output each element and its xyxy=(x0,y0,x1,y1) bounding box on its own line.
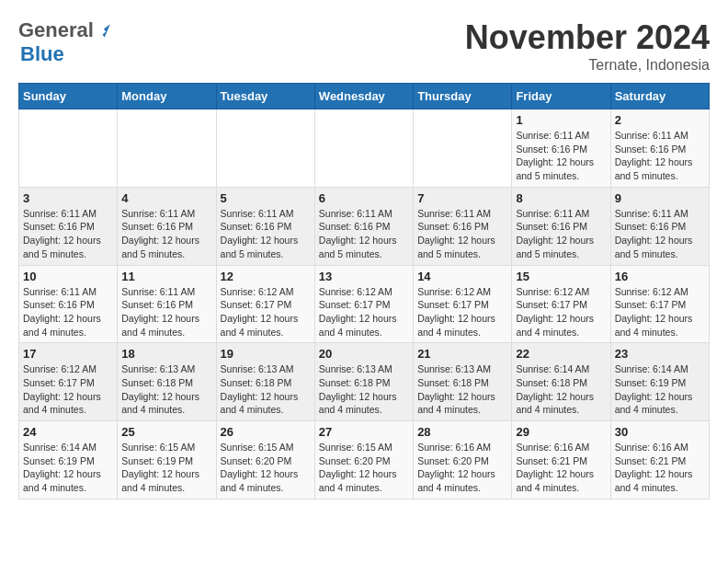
weekday-header-friday: Friday xyxy=(512,84,610,109)
calendar-cell xyxy=(414,109,512,188)
weekday-header-wednesday: Wednesday xyxy=(314,84,413,109)
day-info: Sunrise: 6:12 AMSunset: 6:17 PMDaylight:… xyxy=(417,285,507,339)
calendar-cell: 6Sunrise: 6:11 AMSunset: 6:16 PMDaylight… xyxy=(314,187,413,265)
day-info: Sunrise: 6:11 AMSunset: 6:16 PMDaylight:… xyxy=(516,207,606,261)
calendar-cell: 5Sunrise: 6:11 AMSunset: 6:16 PMDaylight… xyxy=(216,187,314,265)
calendar-cell: 22Sunrise: 6:14 AMSunset: 6:18 PMDayligh… xyxy=(512,343,610,421)
day-info: Sunrise: 6:11 AMSunset: 6:16 PMDaylight:… xyxy=(319,207,409,261)
day-number: 14 xyxy=(417,270,507,283)
day-number: 12 xyxy=(221,270,311,283)
day-info: Sunrise: 6:16 AMSunset: 6:20 PMDaylight:… xyxy=(417,441,507,495)
weekday-header-sunday: Sunday xyxy=(19,84,118,109)
day-info: Sunrise: 6:14 AMSunset: 6:19 PMDaylight:… xyxy=(615,362,705,417)
day-number: 24 xyxy=(23,425,113,439)
day-number: 17 xyxy=(23,347,113,361)
day-info: Sunrise: 6:11 AMSunset: 6:16 PMDaylight:… xyxy=(121,207,211,261)
day-number: 23 xyxy=(615,347,705,361)
day-number: 5 xyxy=(221,191,311,205)
calendar-cell: 1Sunrise: 6:11 AMSunset: 6:16 PMDaylight… xyxy=(512,109,610,188)
day-info: Sunrise: 6:11 AMSunset: 6:16 PMDaylight:… xyxy=(615,129,705,183)
day-info: Sunrise: 6:11 AMSunset: 6:16 PMDaylight:… xyxy=(121,285,211,339)
day-info: Sunrise: 6:16 AMSunset: 6:21 PMDaylight:… xyxy=(516,441,606,495)
day-info: Sunrise: 6:11 AMSunset: 6:16 PMDaylight:… xyxy=(23,285,113,339)
day-number: 15 xyxy=(516,270,606,283)
calendar-week-4: 17Sunrise: 6:12 AMSunset: 6:17 PMDayligh… xyxy=(19,343,710,421)
day-info: Sunrise: 6:15 AMSunset: 6:19 PMDaylight:… xyxy=(121,441,211,495)
calendar-cell: 20Sunrise: 6:13 AMSunset: 6:18 PMDayligh… xyxy=(314,343,413,421)
calendar-week-5: 24Sunrise: 6:14 AMSunset: 6:19 PMDayligh… xyxy=(19,421,710,500)
calendar-cell: 10Sunrise: 6:11 AMSunset: 6:16 PMDayligh… xyxy=(19,265,118,343)
calendar-cell: 24Sunrise: 6:14 AMSunset: 6:19 PMDayligh… xyxy=(19,421,118,500)
day-info: Sunrise: 6:15 AMSunset: 6:20 PMDaylight:… xyxy=(319,441,409,495)
day-number: 29 xyxy=(516,425,606,439)
calendar-table: SundayMondayTuesdayWednesdayThursdayFrid… xyxy=(18,83,710,500)
day-info: Sunrise: 6:13 AMSunset: 6:18 PMDaylight:… xyxy=(319,362,409,417)
calendar-cell: 19Sunrise: 6:13 AMSunset: 6:18 PMDayligh… xyxy=(216,343,314,421)
calendar-cell: 3Sunrise: 6:11 AMSunset: 6:16 PMDaylight… xyxy=(19,187,118,265)
calendar-cell: 4Sunrise: 6:11 AMSunset: 6:16 PMDaylight… xyxy=(118,187,216,265)
day-number: 6 xyxy=(319,191,409,205)
day-number: 20 xyxy=(319,347,409,361)
calendar-cell: 12Sunrise: 6:12 AMSunset: 6:17 PMDayligh… xyxy=(216,265,314,343)
calendar-cell: 13Sunrise: 6:12 AMSunset: 6:17 PMDayligh… xyxy=(314,265,413,343)
calendar-week-1: 1Sunrise: 6:11 AMSunset: 6:16 PMDaylight… xyxy=(19,109,710,188)
day-number: 3 xyxy=(23,191,113,205)
calendar-cell: 8Sunrise: 6:11 AMSunset: 6:16 PMDaylight… xyxy=(512,187,610,265)
day-info: Sunrise: 6:12 AMSunset: 6:17 PMDaylight:… xyxy=(23,362,113,417)
day-number: 19 xyxy=(221,347,311,361)
calendar-cell: 28Sunrise: 6:16 AMSunset: 6:20 PMDayligh… xyxy=(414,421,512,500)
day-info: Sunrise: 6:11 AMSunset: 6:16 PMDaylight:… xyxy=(417,207,507,261)
weekday-header-thursday: Thursday xyxy=(414,84,512,109)
day-number: 30 xyxy=(615,425,705,439)
calendar-cell: 30Sunrise: 6:16 AMSunset: 6:21 PMDayligh… xyxy=(610,421,709,500)
day-info: Sunrise: 6:15 AMSunset: 6:20 PMDaylight:… xyxy=(221,441,311,495)
day-number: 26 xyxy=(221,425,311,439)
day-info: Sunrise: 6:14 AMSunset: 6:18 PMDaylight:… xyxy=(516,362,606,417)
calendar-cell: 29Sunrise: 6:16 AMSunset: 6:21 PMDayligh… xyxy=(512,421,610,500)
calendar-cell: 2Sunrise: 6:11 AMSunset: 6:16 PMDaylight… xyxy=(610,109,709,188)
day-info: Sunrise: 6:16 AMSunset: 6:21 PMDaylight:… xyxy=(615,441,705,495)
day-number: 25 xyxy=(121,425,211,439)
day-number: 27 xyxy=(319,425,409,439)
location-subtitle: Ternate, Indonesia xyxy=(465,57,710,74)
logo: General Blue xyxy=(18,18,112,66)
calendar-cell: 9Sunrise: 6:11 AMSunset: 6:16 PMDaylight… xyxy=(610,187,709,265)
day-number: 7 xyxy=(417,191,507,205)
day-info: Sunrise: 6:13 AMSunset: 6:18 PMDaylight:… xyxy=(121,362,211,417)
calendar-cell: 17Sunrise: 6:12 AMSunset: 6:17 PMDayligh… xyxy=(19,343,118,421)
day-number: 16 xyxy=(615,270,705,283)
day-number: 18 xyxy=(121,347,211,361)
calendar-cell: 26Sunrise: 6:15 AMSunset: 6:20 PMDayligh… xyxy=(216,421,314,500)
weekday-header-monday: Monday xyxy=(118,84,216,109)
calendar-cell xyxy=(118,109,216,188)
calendar-cell: 25Sunrise: 6:15 AMSunset: 6:19 PMDayligh… xyxy=(118,421,216,500)
day-number: 4 xyxy=(121,191,211,205)
calendar-week-2: 3Sunrise: 6:11 AMSunset: 6:16 PMDaylight… xyxy=(19,187,710,265)
calendar-cell xyxy=(314,109,413,188)
day-info: Sunrise: 6:12 AMSunset: 6:17 PMDaylight:… xyxy=(516,285,606,339)
day-info: Sunrise: 6:14 AMSunset: 6:19 PMDaylight:… xyxy=(23,441,113,495)
day-number: 28 xyxy=(417,425,507,439)
day-number: 22 xyxy=(516,347,606,361)
day-info: Sunrise: 6:11 AMSunset: 6:16 PMDaylight:… xyxy=(23,207,113,261)
day-number: 9 xyxy=(615,191,705,205)
day-info: Sunrise: 6:13 AMSunset: 6:18 PMDaylight:… xyxy=(417,362,507,417)
day-info: Sunrise: 6:11 AMSunset: 6:16 PMDaylight:… xyxy=(516,129,606,183)
calendar-cell: 21Sunrise: 6:13 AMSunset: 6:18 PMDayligh… xyxy=(414,343,512,421)
day-info: Sunrise: 6:11 AMSunset: 6:16 PMDaylight:… xyxy=(221,207,311,261)
logo-blue: Blue xyxy=(20,42,64,66)
calendar-cell: 27Sunrise: 6:15 AMSunset: 6:20 PMDayligh… xyxy=(314,421,413,500)
day-number: 11 xyxy=(121,270,211,283)
day-number: 2 xyxy=(615,113,705,127)
calendar-cell: 16Sunrise: 6:12 AMSunset: 6:17 PMDayligh… xyxy=(610,265,709,343)
day-info: Sunrise: 6:12 AMSunset: 6:17 PMDaylight:… xyxy=(319,285,409,339)
day-number: 21 xyxy=(417,347,507,361)
weekday-header-tuesday: Tuesday xyxy=(216,84,314,109)
day-number: 10 xyxy=(23,270,113,283)
day-number: 8 xyxy=(516,191,606,205)
weekday-header-saturday: Saturday xyxy=(610,84,709,109)
day-number: 1 xyxy=(516,113,606,127)
logo-bird-icon xyxy=(96,22,112,39)
calendar-cell: 11Sunrise: 6:11 AMSunset: 6:16 PMDayligh… xyxy=(118,265,216,343)
title-block: November 2024 Ternate, Indonesia xyxy=(465,18,710,74)
